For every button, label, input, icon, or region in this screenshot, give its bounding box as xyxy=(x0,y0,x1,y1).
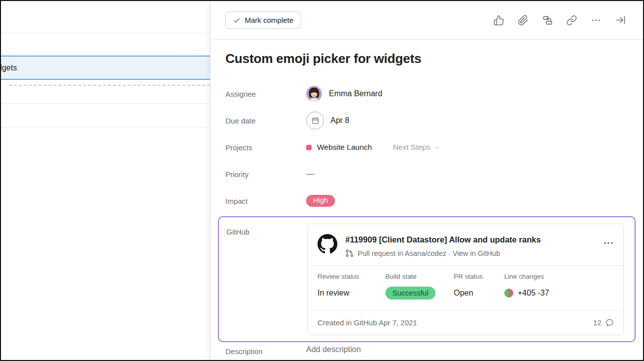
calendar-icon xyxy=(306,112,324,129)
check-icon xyxy=(233,17,240,24)
github-card-header: #119909 [Client Datastore] Allow and upd… xyxy=(308,224,623,265)
github-field-section: GitHub #119909 [Client Datastore] Allow … xyxy=(218,216,636,342)
pr-comments[interactable]: 12 xyxy=(593,318,614,327)
pr-created-text: Created in GitHub Apr 7, 2021 xyxy=(318,318,417,327)
project-section-label: Next Steps xyxy=(393,143,430,152)
comment-bubble-icon xyxy=(605,318,614,327)
assignee-value[interactable]: Emma Bernard xyxy=(306,86,382,102)
priority-label: Priority xyxy=(225,170,306,179)
list-row-divider xyxy=(1,127,210,127)
collapse-panel-icon[interactable] xyxy=(614,14,626,26)
like-icon[interactable] xyxy=(493,14,505,26)
stat-line-changes: Line changes +405 -37 xyxy=(504,273,549,300)
drop-indicator-line xyxy=(9,85,210,86)
review-status-value: In review xyxy=(318,286,385,300)
list-row-divider xyxy=(1,103,210,104)
task-detail-panel: Mark complete xyxy=(210,1,643,360)
subtasks-icon[interactable] xyxy=(541,14,553,26)
pr-subtitle-text: Pull request in Asana/codez · View in Gi… xyxy=(358,249,500,257)
assignee-avatar xyxy=(306,86,322,102)
chevron-down-icon xyxy=(433,144,440,151)
mark-complete-button[interactable]: Mark complete xyxy=(225,11,301,29)
stat-build-state: Build state Successful xyxy=(385,273,454,300)
assignee-label: Assignee xyxy=(225,90,306,98)
due-date-text: Apr 8 xyxy=(330,116,349,125)
pr-title[interactable]: #119909 [Client Datastore] Allow and upd… xyxy=(345,235,596,244)
due-date-label: Due date xyxy=(225,117,306,125)
pr-stats-row: Review status In review Build state Succ… xyxy=(308,266,623,310)
panel-body: Custom emoji picker for widgets Assignee xyxy=(211,51,643,361)
project-section-dropdown[interactable]: Next Steps xyxy=(393,143,440,152)
selected-task-row[interactable]: dgets xyxy=(1,56,210,80)
field-row-assignee: Assignee Emma Bernard xyxy=(225,80,628,107)
github-label: GitHub xyxy=(226,224,307,335)
description-input[interactable]: Add description xyxy=(306,345,361,354)
pr-subtitle-row[interactable]: Pull request in Asana/codez · View in Gi… xyxy=(345,249,596,257)
toolbar-icon-group xyxy=(493,14,626,26)
list-row-divider xyxy=(1,33,210,33)
field-row-due-date: Due date Apr 8 xyxy=(225,107,628,134)
priority-value[interactable]: — xyxy=(306,170,314,179)
field-row-projects: Projects Website Launch Next Steps xyxy=(225,134,628,161)
task-title[interactable]: Custom emoji picker for widgets xyxy=(225,51,628,66)
build-state-label: Build state xyxy=(385,273,454,280)
pr-card-footer: Created in GitHub Apr 7, 2021 12 xyxy=(308,310,623,335)
line-changes-icon xyxy=(504,289,513,298)
app-window: dgets Mark complete xyxy=(0,0,644,361)
description-label: Description xyxy=(225,345,306,356)
mark-complete-label: Mark complete xyxy=(245,16,293,24)
stat-review-status: Review status In review xyxy=(318,273,385,300)
attachment-icon[interactable] xyxy=(517,14,529,26)
line-changes-value: +405 -37 xyxy=(518,289,549,298)
assignee-name: Emma Bernard xyxy=(329,89,382,98)
pr-card-more-icon[interactable] xyxy=(602,234,614,251)
project-color-dot xyxy=(306,145,312,150)
due-date-value[interactable]: Apr 8 xyxy=(306,112,349,129)
pull-request-icon xyxy=(345,249,354,257)
projects-label: Projects xyxy=(225,143,306,152)
selected-task-text: dgets xyxy=(1,63,17,72)
github-pr-card: #119909 [Client Datastore] Allow and upd… xyxy=(307,224,624,335)
impact-label: Impact xyxy=(225,197,306,205)
field-row-description: Description Add description xyxy=(225,345,628,361)
link-icon[interactable] xyxy=(566,14,578,26)
panel-toolbar: Mark complete xyxy=(211,1,643,40)
line-changes-label: Line changes xyxy=(504,273,549,280)
pr-comment-count: 12 xyxy=(593,318,601,327)
field-row-impact: Impact High xyxy=(225,187,628,214)
project-name[interactable]: Website Launch xyxy=(317,143,372,152)
more-options-icon[interactable] xyxy=(590,14,602,26)
build-state-badge: Successful xyxy=(385,287,435,300)
stat-pr-status: PR status Open xyxy=(454,273,504,300)
pr-status-label: PR status xyxy=(454,273,504,280)
task-list-pane: dgets xyxy=(1,1,210,360)
impact-badge[interactable]: High xyxy=(306,195,335,207)
review-status-label: Review status xyxy=(318,273,385,280)
field-row-priority: Priority — xyxy=(225,161,628,187)
pr-status-value: Open xyxy=(454,286,504,300)
github-logo-icon xyxy=(318,234,337,254)
